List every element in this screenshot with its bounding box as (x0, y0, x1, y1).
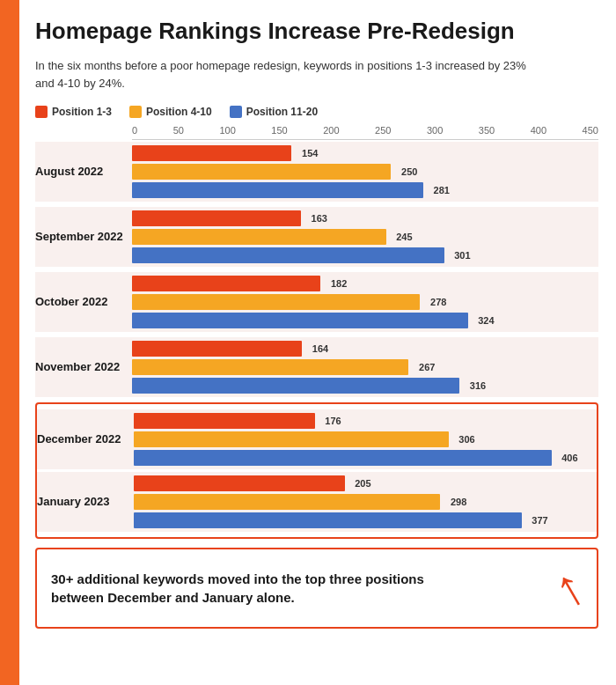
bar-value-label: 176 (325, 416, 341, 426)
axis-labels: 050100150200250300350400450 (132, 125, 598, 136)
bar-value-label: 182 (331, 278, 347, 289)
bar-row: 163 (132, 210, 598, 226)
month-label: December 2022 (37, 432, 134, 447)
bar: 316 (132, 378, 459, 394)
bar-row: 406 (134, 450, 597, 466)
bar-value-label: 306 (458, 434, 474, 445)
month-label: September 2022 (35, 230, 132, 245)
legend-item-position-1-3: Position 1-3 (35, 106, 112, 118)
normal-months-section: August 2022154250281September 2022163245… (35, 142, 598, 397)
bar-row: 205 (134, 475, 597, 491)
month-group: December 2022176306406 (37, 409, 597, 469)
bar: 324 (132, 313, 468, 328)
main-content: Homepage Rankings Increase Pre-Redesign … (26, 0, 616, 646)
axis-label: 50 (173, 125, 184, 136)
month-label: August 2022 (35, 165, 132, 180)
bar-value-label: 163 (312, 213, 327, 224)
bars-stack: 154250281 (132, 145, 598, 198)
bar-value-label: 316 (470, 380, 486, 391)
axis-row: 050100150200250300350400450 (35, 125, 598, 136)
axis-label: 250 (375, 125, 391, 136)
month-label: January 2023 (37, 495, 134, 510)
axis-label: 100 (219, 125, 235, 136)
legend-label: Position 11-20 (246, 106, 318, 118)
bar-value-label: 377 (532, 515, 547, 526)
bar-row: 377 (134, 512, 597, 528)
legend-item-position-11-20: Position 11-20 (230, 106, 318, 118)
bar-value-label: 250 (401, 166, 417, 177)
bar-value-label: 164 (312, 343, 328, 354)
bar-row: 154 (132, 145, 598, 161)
bar: 298 (134, 494, 440, 510)
bar-row: 278 (132, 294, 598, 310)
bar-row: 176 (134, 413, 597, 429)
bar: 205 (134, 475, 345, 491)
bar-row: 281 (132, 182, 598, 198)
legend-color-swatch (35, 106, 48, 118)
bar-value-label: 324 (478, 315, 494, 326)
bars-stack: 205298377 (134, 475, 597, 528)
bar: 154 (132, 145, 291, 161)
bar: 163 (132, 210, 301, 226)
bar: 281 (132, 182, 423, 198)
bar-value-label: 301 (454, 250, 470, 261)
month-group: September 2022163245301 (35, 207, 598, 267)
axis-label: 350 (479, 125, 495, 136)
bar: 377 (134, 512, 522, 528)
bar: 301 (132, 247, 444, 263)
bar-value-label: 298 (451, 497, 466, 507)
bars-stack: 163245301 (132, 210, 598, 263)
bar: 306 (134, 431, 449, 447)
axis-label: 200 (323, 125, 339, 136)
bar: 176 (134, 413, 315, 429)
month-label: November 2022 (35, 360, 132, 375)
bar-row: 298 (134, 494, 597, 510)
bar-row: 301 (132, 247, 598, 263)
bars-stack: 182278324 (132, 276, 598, 328)
bar-value-label: 154 (302, 148, 318, 158)
bar-row: 250 (132, 164, 598, 180)
bar: 278 (132, 294, 420, 310)
bar-value-label: 406 (561, 453, 577, 463)
brand-name: NEILPATEL (25, 313, 33, 372)
chart-title: Homepage Rankings Increase Pre-Redesign (35, 18, 598, 45)
bar-value-label: 205 (355, 478, 370, 489)
axis-label: 450 (583, 125, 598, 136)
axis-label: 300 (427, 125, 443, 136)
month-group: August 2022154250281 (35, 142, 598, 202)
highlighted-months-section: December 2022176306406January 2023205298… (35, 402, 598, 539)
legend-item-position-4-10: Position 4-10 (129, 106, 212, 118)
legend-color-swatch (129, 106, 142, 118)
chart-subtitle: In the six months before a poor homepage… (35, 57, 546, 92)
legend-color-swatch (230, 106, 242, 118)
legend-label: Position 4-10 (146, 106, 212, 118)
axis-label: 150 (271, 125, 287, 136)
bars-stack: 164267316 (132, 341, 598, 394)
chart-legend: Position 1-3Position 4-10Position 11-20 (35, 106, 598, 118)
bar-value-label: 245 (396, 232, 412, 242)
bar-row: 306 (134, 431, 597, 447)
axis-label: 0 (132, 125, 137, 136)
month-group: November 2022164267316 (35, 337, 598, 397)
bar: 182 (132, 276, 320, 291)
bar-row: 245 (132, 229, 598, 245)
bar: 250 (132, 164, 391, 180)
axis-line (132, 139, 598, 140)
bar-row: 267 (132, 359, 598, 375)
bottom-callout: 30+ additional keywords moved into the t… (35, 548, 598, 629)
bar-row: 164 (132, 341, 598, 357)
month-group: January 2023205298377 (37, 472, 597, 532)
bar: 164 (132, 341, 302, 357)
bar: 406 (134, 450, 552, 466)
legend-label: Position 1-3 (52, 106, 112, 118)
bar-value-label: 278 (430, 297, 446, 307)
bar-row: 182 (132, 276, 598, 291)
bar-value-label: 281 (434, 185, 450, 195)
bar: 267 (132, 359, 408, 375)
bar-row: 324 (132, 313, 598, 328)
bar: 245 (132, 229, 386, 245)
bar-value-label: 267 (419, 362, 435, 372)
month-label: October 2022 (35, 295, 132, 310)
bars-stack: 176306406 (134, 413, 597, 466)
bar-row: 316 (132, 378, 598, 394)
